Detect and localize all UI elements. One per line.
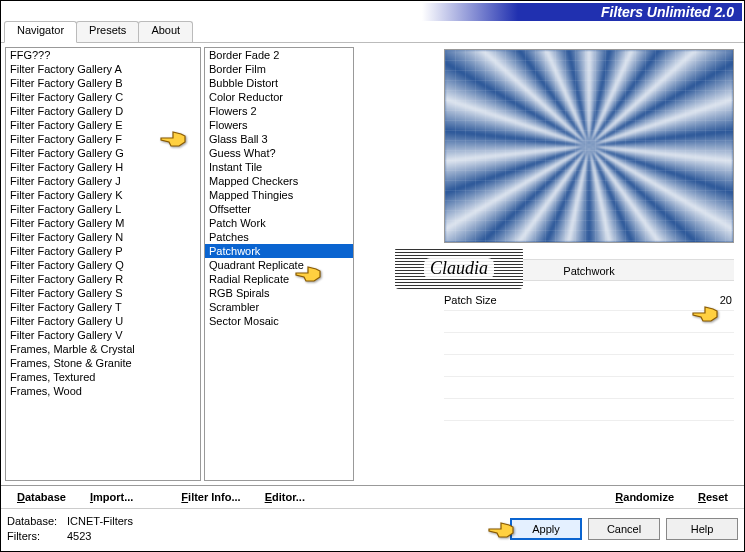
list-item[interactable]: Frames, Stone & Granite: [6, 356, 200, 370]
list-item[interactable]: Mapped Checkers: [205, 174, 353, 188]
list-item[interactable]: RGB Spirals: [205, 286, 353, 300]
list-item[interactable]: Sector Mosaic: [205, 314, 353, 328]
param-row-empty: [444, 399, 734, 421]
list-item[interactable]: Guess What?: [205, 146, 353, 160]
list-item[interactable]: Filter Factory Gallery H: [6, 160, 200, 174]
list-item[interactable]: Flowers 2: [205, 104, 353, 118]
editor-button[interactable]: Editor...: [255, 489, 315, 505]
tab-navigator[interactable]: Navigator: [4, 21, 77, 43]
list-item[interactable]: Patch Work: [205, 216, 353, 230]
list-item[interactable]: Filter Factory Gallery A: [6, 62, 200, 76]
list-item[interactable]: Color Reductor: [205, 90, 353, 104]
list-item[interactable]: Filter Factory Gallery D: [6, 104, 200, 118]
filter-info-button[interactable]: Filter Info...: [171, 489, 250, 505]
list-item[interactable]: Flowers: [205, 118, 353, 132]
footer: Database:ICNET-Filters Filters:4523 Appl…: [1, 509, 744, 549]
list-item[interactable]: Scrambler: [205, 300, 353, 314]
list-item[interactable]: Filter Factory Gallery T: [6, 300, 200, 314]
list-item[interactable]: Filter Factory Gallery N: [6, 230, 200, 244]
param-row-patch-size[interactable]: Patch Size 20: [444, 289, 734, 311]
database-button[interactable]: Database: [7, 489, 76, 505]
list-item[interactable]: Filter Factory Gallery E: [6, 118, 200, 132]
param-row-empty: [444, 333, 734, 355]
header: Filters Unlimited 2.0: [1, 1, 744, 23]
list-item[interactable]: Radial Replicate: [205, 272, 353, 286]
list-item[interactable]: Filter Factory Gallery Q: [6, 258, 200, 272]
watermark-logo: Claudia: [395, 247, 523, 289]
filters-count: 4523: [67, 530, 91, 542]
list-item[interactable]: Filter Factory Gallery M: [6, 216, 200, 230]
filters-label: Filters:: [7, 529, 67, 544]
footer-info: Database:ICNET-Filters Filters:4523: [7, 514, 510, 544]
list-item[interactable]: Mapped Thingies: [205, 188, 353, 202]
list-item[interactable]: Filter Factory Gallery L: [6, 202, 200, 216]
list-item[interactable]: Frames, Marble & Crystal: [6, 342, 200, 356]
tab-presets[interactable]: Presets: [76, 21, 139, 42]
reset-button[interactable]: Reset: [688, 489, 738, 505]
list-item[interactable]: Frames, Wood: [6, 384, 200, 398]
category-column: FFG???Filter Factory Gallery AFilter Fac…: [5, 47, 201, 481]
list-item[interactable]: Instant Tile: [205, 160, 353, 174]
db-name: ICNET-Filters: [67, 515, 133, 527]
param-row-empty: [444, 311, 734, 333]
list-item[interactable]: Filter Factory Gallery C: [6, 90, 200, 104]
list-item[interactable]: Filter Factory Gallery U: [6, 314, 200, 328]
cancel-button[interactable]: Cancel: [588, 518, 660, 540]
apply-button[interactable]: Apply: [510, 518, 582, 540]
list-item[interactable]: Patches: [205, 230, 353, 244]
list-item[interactable]: Filter Factory Gallery B: [6, 76, 200, 90]
param-label: Patch Size: [444, 294, 497, 306]
randomize-button[interactable]: Randomize: [605, 489, 684, 505]
param-row-empty: [444, 377, 734, 399]
parameter-list: Patch Size 20: [444, 289, 734, 421]
list-item[interactable]: Filter Factory Gallery F: [6, 132, 200, 146]
title-banner: Filters Unlimited 2.0: [422, 3, 742, 21]
category-list[interactable]: FFG???Filter Factory Gallery AFilter Fac…: [5, 47, 201, 481]
list-item[interactable]: Filter Factory Gallery V: [6, 328, 200, 342]
toolbar: Database Import... Filter Info... Editor…: [1, 485, 744, 509]
tab-strip: NavigatorPresetsAbout: [1, 21, 744, 43]
list-item[interactable]: Glass Ball 3: [205, 132, 353, 146]
main-panel: FFG???Filter Factory Gallery AFilter Fac…: [1, 43, 744, 485]
list-item[interactable]: Filter Factory Gallery S: [6, 286, 200, 300]
list-item[interactable]: Filter Factory Gallery K: [6, 188, 200, 202]
filter-column: Border Fade 2Border FilmBubble DistortCo…: [204, 47, 354, 481]
list-item[interactable]: Border Fade 2: [205, 48, 353, 62]
list-item[interactable]: Quadrant Replicate: [205, 258, 353, 272]
list-item[interactable]: Filter Factory Gallery P: [6, 244, 200, 258]
list-item[interactable]: Frames, Textured: [6, 370, 200, 384]
db-label: Database:: [7, 514, 67, 529]
preview-image: [444, 49, 734, 243]
list-item[interactable]: Offsetter: [205, 202, 353, 216]
list-item[interactable]: FFG???: [6, 48, 200, 62]
param-row-empty: [444, 355, 734, 377]
list-item[interactable]: Filter Factory Gallery G: [6, 146, 200, 160]
tab-about[interactable]: About: [138, 21, 193, 42]
filter-list[interactable]: Border Fade 2Border FilmBubble DistortCo…: [204, 47, 354, 481]
footer-buttons: Apply Cancel Help: [510, 518, 738, 540]
import-button[interactable]: Import...: [80, 489, 143, 505]
list-item[interactable]: Bubble Distort: [205, 76, 353, 90]
list-item[interactable]: Patchwork: [205, 244, 353, 258]
list-item[interactable]: Filter Factory Gallery J: [6, 174, 200, 188]
list-item[interactable]: Filter Factory Gallery R: [6, 272, 200, 286]
help-button[interactable]: Help: [666, 518, 738, 540]
param-value: 20: [706, 294, 734, 306]
list-item[interactable]: Border Film: [205, 62, 353, 76]
